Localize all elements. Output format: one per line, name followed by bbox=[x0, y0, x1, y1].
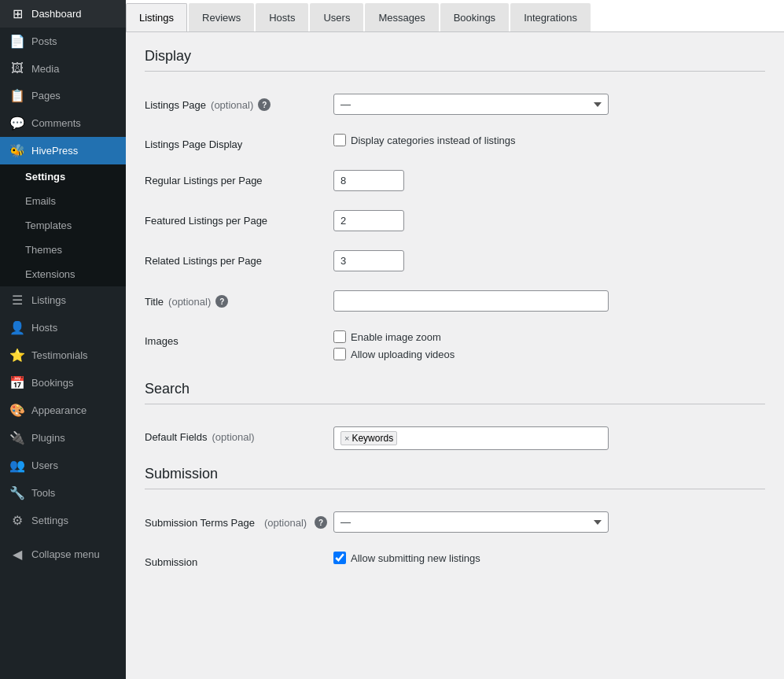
listings-page-select[interactable]: — bbox=[333, 94, 609, 115]
sidebar-item-label: Appearance bbox=[31, 404, 86, 416]
form-control-listings-page: — bbox=[333, 94, 765, 115]
checkbox-label-allow-submission[interactable]: Allow submitting new listings bbox=[333, 552, 765, 564]
sidebar-item-label: Settings bbox=[31, 515, 68, 526]
sidebar-item-themes[interactable]: Themes bbox=[0, 238, 126, 262]
sidebar-item-extensions[interactable]: Extensions bbox=[0, 262, 126, 286]
form-row-featured-listings: Featured Listings per Page bbox=[145, 201, 765, 241]
sidebar-item-pages[interactable]: 📋 Pages bbox=[0, 82, 126, 109]
form-label-default-fields: Default Fields (optional) bbox=[145, 426, 333, 443]
form-label-images: Images bbox=[145, 330, 333, 347]
form-control-images: Enable image zoom Allow uploading videos bbox=[333, 330, 765, 365]
tab-users[interactable]: Users bbox=[310, 3, 363, 31]
sidebar-item-label: Pages bbox=[31, 90, 61, 101]
media-icon: 🖼 bbox=[9, 61, 25, 76]
sidebar-item-dashboard[interactable]: ⊞ Dashboard bbox=[0, 0, 126, 28]
posts-icon: 📄 bbox=[9, 34, 25, 49]
sidebar-item-hivepress[interactable]: 🐝 HivePress bbox=[0, 137, 126, 164]
checkbox-allow-submission[interactable] bbox=[333, 552, 346, 564]
form-label-listings-page: Listings Page (optional) ? bbox=[145, 94, 333, 111]
main-content: Listings Reviews Hosts Users Messages Bo… bbox=[126, 0, 784, 679]
submission-terms-select[interactable]: — bbox=[333, 511, 609, 533]
form-row-listings-page: Listings Page (optional) ? — bbox=[145, 84, 765, 124]
sidebar-item-label: Tools bbox=[31, 487, 55, 499]
form-label-title: Title (optional) ? bbox=[145, 290, 333, 308]
sidebar-item-posts[interactable]: 📄 Posts bbox=[0, 28, 126, 55]
sidebar-item-label: Testimonials bbox=[31, 349, 88, 361]
form-control-related-listings bbox=[333, 250, 765, 271]
sidebar-item-label: Plugins bbox=[31, 432, 65, 444]
sidebar-item-label: Settings bbox=[25, 171, 65, 183]
sidebar-item-settings-main[interactable]: ⚙ Settings bbox=[0, 507, 126, 534]
sidebar-item-emails[interactable]: Emails bbox=[0, 189, 126, 213]
tab-integrations[interactable]: Integrations bbox=[510, 3, 591, 31]
form-label-submission-terms: Submission Terms Page (optional) ? bbox=[145, 511, 333, 529]
related-listings-input[interactable] bbox=[333, 250, 404, 271]
sidebar-item-label: Users bbox=[31, 459, 58, 471]
sidebar-item-templates[interactable]: Templates bbox=[0, 213, 126, 238]
sidebar-item-label: Comments bbox=[31, 117, 81, 129]
sidebar-item-label: Themes bbox=[25, 244, 62, 256]
sidebar-item-settings-group[interactable]: Settings bbox=[0, 164, 126, 189]
bookings-icon: 📅 bbox=[9, 375, 25, 390]
tools-icon: 🔧 bbox=[9, 485, 25, 500]
form-row-default-fields: Default Fields (optional) × Keywords bbox=[145, 417, 765, 459]
help-icon-title[interactable]: ? bbox=[215, 295, 228, 308]
checkbox-label-categories[interactable]: Display categories instead of listings bbox=[333, 134, 765, 146]
sidebar-item-hosts[interactable]: 👤 Hosts bbox=[0, 314, 126, 341]
tag-remove-keywords[interactable]: × bbox=[344, 434, 349, 443]
form-control-listings-page-display: Display categories instead of listings bbox=[333, 134, 765, 151]
form-row-submission: Submission Allow submitting new listings bbox=[145, 542, 765, 578]
sidebar-item-appearance[interactable]: 🎨 Appearance bbox=[0, 397, 126, 424]
sidebar-item-testimonials[interactable]: ⭐ Testimonials bbox=[0, 341, 126, 369]
checkbox-label-upload-videos[interactable]: Allow uploading videos bbox=[333, 348, 765, 360]
sidebar-item-media[interactable]: 🖼 Media bbox=[0, 55, 126, 82]
form-label-regular-listings: Regular Listings per Page bbox=[145, 170, 333, 186]
sidebar-item-tools[interactable]: 🔧 Tools bbox=[0, 479, 126, 507]
featured-listings-input[interactable] bbox=[333, 210, 404, 231]
form-row-title: Title (optional) ? bbox=[145, 281, 765, 321]
tab-reviews[interactable]: Reviews bbox=[189, 3, 254, 31]
form-row-images: Images Enable image zoom Allow uploading… bbox=[145, 321, 765, 375]
sidebar-item-users[interactable]: 👥 Users bbox=[0, 452, 126, 479]
dashboard-icon: ⊞ bbox=[9, 6, 25, 21]
sidebar-item-label: Emails bbox=[25, 195, 56, 207]
sidebar-item-bookings[interactable]: 📅 Bookings bbox=[0, 369, 126, 397]
tab-bookings[interactable]: Bookings bbox=[440, 3, 509, 31]
sidebar-item-plugins[interactable]: 🔌 Plugins bbox=[0, 424, 126, 452]
sidebar-item-collapse[interactable]: ◀ Collapse menu bbox=[0, 541, 126, 568]
plugins-icon: 🔌 bbox=[9, 430, 25, 445]
form-row-listings-page-display: Listings Page Display Display categories… bbox=[145, 124, 765, 161]
checkbox-upload-videos[interactable] bbox=[333, 348, 346, 360]
default-fields-tags-input[interactable]: × Keywords bbox=[333, 426, 609, 450]
form-control-regular-listings bbox=[333, 170, 765, 191]
sidebar-item-label: Collapse menu bbox=[31, 548, 100, 560]
listings-icon: ☰ bbox=[9, 293, 25, 308]
sidebar-item-label: Templates bbox=[25, 220, 72, 231]
sidebar-item-comments[interactable]: 💬 Comments bbox=[0, 109, 126, 137]
section-search-heading: Search bbox=[145, 381, 765, 404]
form-label-featured-listings: Featured Listings per Page bbox=[145, 210, 333, 227]
title-input[interactable] bbox=[333, 290, 609, 312]
checkbox-categories[interactable] bbox=[333, 134, 346, 146]
form-control-title bbox=[333, 290, 765, 312]
tab-listings[interactable]: Listings bbox=[126, 3, 187, 31]
testimonials-icon: ⭐ bbox=[9, 348, 25, 363]
sidebar-item-label: HivePress bbox=[31, 145, 78, 157]
users-icon: 👥 bbox=[9, 458, 25, 473]
checkbox-image-zoom[interactable] bbox=[333, 330, 346, 343]
tab-messages[interactable]: Messages bbox=[365, 3, 438, 31]
tabs-bar: Listings Reviews Hosts Users Messages Bo… bbox=[126, 0, 784, 32]
regular-listings-input[interactable] bbox=[333, 170, 404, 191]
tab-hosts[interactable]: Hosts bbox=[256, 3, 308, 31]
sidebar-item-label: Posts bbox=[31, 35, 57, 47]
form-control-default-fields: × Keywords bbox=[333, 426, 765, 450]
checkbox-label-image-zoom[interactable]: Enable image zoom bbox=[333, 330, 765, 343]
help-icon-submission-terms[interactable]: ? bbox=[315, 516, 327, 529]
help-icon-listings-page[interactable]: ? bbox=[258, 98, 271, 111]
hosts-icon: 👤 bbox=[9, 320, 25, 335]
sidebar: ⊞ Dashboard 📄 Posts 🖼 Media 📋 Pages 💬 Co… bbox=[0, 0, 126, 679]
form-row-submission-terms: Submission Terms Page (optional) ? — bbox=[145, 502, 765, 542]
sidebar-item-listings[interactable]: ☰ Listings bbox=[0, 286, 126, 314]
form-row-related-listings: Related Listings per Page bbox=[145, 241, 765, 281]
form-control-featured-listings bbox=[333, 210, 765, 231]
